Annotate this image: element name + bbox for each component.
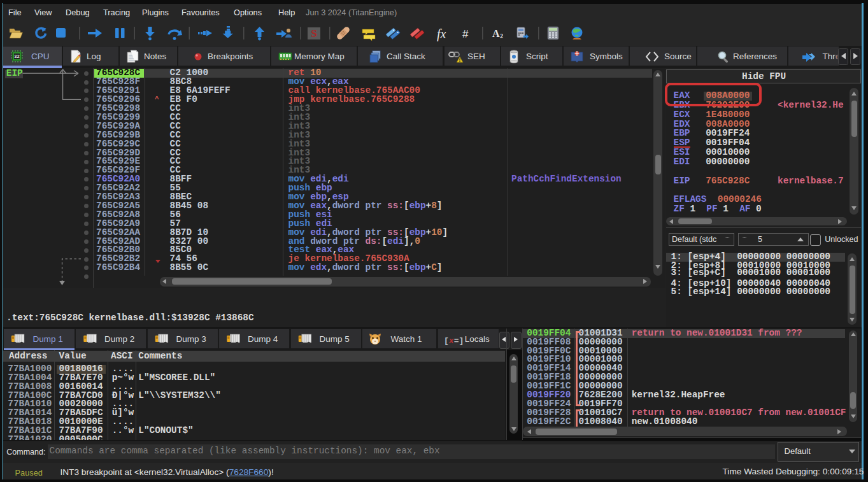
svg-text:[x=]: [x=] <box>444 336 464 346</box>
svg-text:32: 32 <box>14 53 19 59</box>
svg-text:A: A <box>492 28 500 39</box>
svg-text:2: 2 <box>500 32 503 39</box>
svg-text:fx: fx <box>437 27 446 41</box>
svg-text:S: S <box>311 27 317 39</box>
svg-text:#: # <box>462 28 469 40</box>
